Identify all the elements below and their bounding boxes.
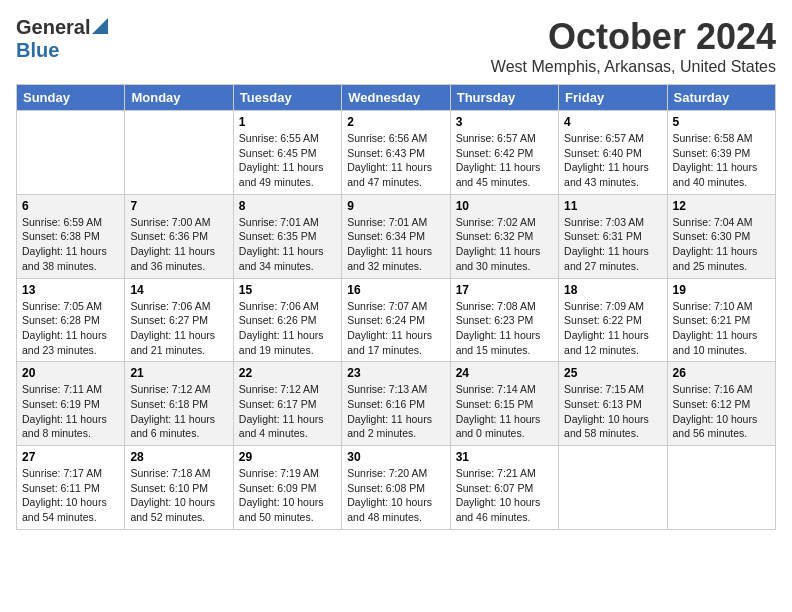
day-number: 10 [456, 199, 553, 213]
calendar-cell: 2Sunrise: 6:56 AMSunset: 6:43 PMDaylight… [342, 111, 450, 195]
day-info: Sunrise: 7:11 AMSunset: 6:19 PMDaylight:… [22, 382, 119, 441]
calendar-cell: 15Sunrise: 7:06 AMSunset: 6:26 PMDayligh… [233, 278, 341, 362]
calendar-cell: 18Sunrise: 7:09 AMSunset: 6:22 PMDayligh… [559, 278, 667, 362]
calendar-table: SundayMondayTuesdayWednesdayThursdayFrid… [16, 84, 776, 530]
calendar-cell [125, 111, 233, 195]
day-info: Sunrise: 7:09 AMSunset: 6:22 PMDaylight:… [564, 299, 661, 358]
calendar-cell: 30Sunrise: 7:20 AMSunset: 6:08 PMDayligh… [342, 446, 450, 530]
calendar-cell: 8Sunrise: 7:01 AMSunset: 6:35 PMDaylight… [233, 194, 341, 278]
day-info: Sunrise: 7:14 AMSunset: 6:15 PMDaylight:… [456, 382, 553, 441]
day-info: Sunrise: 6:55 AMSunset: 6:45 PMDaylight:… [239, 131, 336, 190]
calendar-cell: 28Sunrise: 7:18 AMSunset: 6:10 PMDayligh… [125, 446, 233, 530]
calendar-header-tuesday: Tuesday [233, 85, 341, 111]
calendar-week-row: 27Sunrise: 7:17 AMSunset: 6:11 PMDayligh… [17, 446, 776, 530]
day-info: Sunrise: 7:16 AMSunset: 6:12 PMDaylight:… [673, 382, 770, 441]
calendar-header-friday: Friday [559, 85, 667, 111]
day-number: 21 [130, 366, 227, 380]
calendar-header-monday: Monday [125, 85, 233, 111]
day-number: 29 [239, 450, 336, 464]
calendar-cell: 29Sunrise: 7:19 AMSunset: 6:09 PMDayligh… [233, 446, 341, 530]
day-number: 9 [347, 199, 444, 213]
day-number: 19 [673, 283, 770, 297]
calendar-cell [667, 446, 775, 530]
day-info: Sunrise: 7:21 AMSunset: 6:07 PMDaylight:… [456, 466, 553, 525]
calendar-cell [559, 446, 667, 530]
svg-marker-0 [92, 18, 108, 34]
day-info: Sunrise: 7:18 AMSunset: 6:10 PMDaylight:… [130, 466, 227, 525]
month-title: October 2024 [491, 16, 776, 58]
day-number: 7 [130, 199, 227, 213]
day-number: 20 [22, 366, 119, 380]
day-number: 24 [456, 366, 553, 380]
calendar-header-row: SundayMondayTuesdayWednesdayThursdayFrid… [17, 85, 776, 111]
location: West Memphis, Arkansas, United States [491, 58, 776, 76]
day-info: Sunrise: 7:07 AMSunset: 6:24 PMDaylight:… [347, 299, 444, 358]
day-info: Sunrise: 7:05 AMSunset: 6:28 PMDaylight:… [22, 299, 119, 358]
day-number: 4 [564, 115, 661, 129]
calendar-cell: 31Sunrise: 7:21 AMSunset: 6:07 PMDayligh… [450, 446, 558, 530]
logo-arrow [92, 18, 108, 38]
calendar-cell: 3Sunrise: 6:57 AMSunset: 6:42 PMDaylight… [450, 111, 558, 195]
day-number: 8 [239, 199, 336, 213]
calendar-cell: 7Sunrise: 7:00 AMSunset: 6:36 PMDaylight… [125, 194, 233, 278]
day-number: 12 [673, 199, 770, 213]
calendar-cell: 9Sunrise: 7:01 AMSunset: 6:34 PMDaylight… [342, 194, 450, 278]
day-number: 22 [239, 366, 336, 380]
calendar-cell: 16Sunrise: 7:07 AMSunset: 6:24 PMDayligh… [342, 278, 450, 362]
day-number: 31 [456, 450, 553, 464]
day-number: 16 [347, 283, 444, 297]
day-number: 18 [564, 283, 661, 297]
day-number: 28 [130, 450, 227, 464]
calendar-header-thursday: Thursday [450, 85, 558, 111]
calendar-cell: 21Sunrise: 7:12 AMSunset: 6:18 PMDayligh… [125, 362, 233, 446]
calendar-cell: 20Sunrise: 7:11 AMSunset: 6:19 PMDayligh… [17, 362, 125, 446]
calendar-cell [17, 111, 125, 195]
day-number: 26 [673, 366, 770, 380]
calendar-cell: 26Sunrise: 7:16 AMSunset: 6:12 PMDayligh… [667, 362, 775, 446]
calendar-cell: 1Sunrise: 6:55 AMSunset: 6:45 PMDaylight… [233, 111, 341, 195]
day-number: 15 [239, 283, 336, 297]
day-info: Sunrise: 7:12 AMSunset: 6:18 PMDaylight:… [130, 382, 227, 441]
day-info: Sunrise: 6:56 AMSunset: 6:43 PMDaylight:… [347, 131, 444, 190]
calendar-cell: 27Sunrise: 7:17 AMSunset: 6:11 PMDayligh… [17, 446, 125, 530]
day-number: 6 [22, 199, 119, 213]
day-info: Sunrise: 7:12 AMSunset: 6:17 PMDaylight:… [239, 382, 336, 441]
day-number: 23 [347, 366, 444, 380]
day-info: Sunrise: 6:57 AMSunset: 6:40 PMDaylight:… [564, 131, 661, 190]
calendar-header-wednesday: Wednesday [342, 85, 450, 111]
calendar-cell: 17Sunrise: 7:08 AMSunset: 6:23 PMDayligh… [450, 278, 558, 362]
calendar-cell: 24Sunrise: 7:14 AMSunset: 6:15 PMDayligh… [450, 362, 558, 446]
day-number: 3 [456, 115, 553, 129]
title-block: October 2024 West Memphis, Arkansas, Uni… [491, 16, 776, 76]
page-header: General Blue October 2024 West Memphis, … [16, 16, 776, 76]
day-info: Sunrise: 7:01 AMSunset: 6:34 PMDaylight:… [347, 215, 444, 274]
day-info: Sunrise: 7:06 AMSunset: 6:27 PMDaylight:… [130, 299, 227, 358]
calendar-week-row: 6Sunrise: 6:59 AMSunset: 6:38 PMDaylight… [17, 194, 776, 278]
calendar-cell: 12Sunrise: 7:04 AMSunset: 6:30 PMDayligh… [667, 194, 775, 278]
day-number: 1 [239, 115, 336, 129]
day-info: Sunrise: 7:13 AMSunset: 6:16 PMDaylight:… [347, 382, 444, 441]
day-info: Sunrise: 7:19 AMSunset: 6:09 PMDaylight:… [239, 466, 336, 525]
day-info: Sunrise: 6:58 AMSunset: 6:39 PMDaylight:… [673, 131, 770, 190]
day-info: Sunrise: 7:17 AMSunset: 6:11 PMDaylight:… [22, 466, 119, 525]
calendar-header-saturday: Saturday [667, 85, 775, 111]
logo-general: General [16, 16, 90, 39]
logo: General Blue [16, 16, 108, 62]
calendar-cell: 11Sunrise: 7:03 AMSunset: 6:31 PMDayligh… [559, 194, 667, 278]
calendar-cell: 4Sunrise: 6:57 AMSunset: 6:40 PMDaylight… [559, 111, 667, 195]
calendar-week-row: 13Sunrise: 7:05 AMSunset: 6:28 PMDayligh… [17, 278, 776, 362]
day-number: 30 [347, 450, 444, 464]
calendar-cell: 14Sunrise: 7:06 AMSunset: 6:27 PMDayligh… [125, 278, 233, 362]
calendar-week-row: 1Sunrise: 6:55 AMSunset: 6:45 PMDaylight… [17, 111, 776, 195]
day-info: Sunrise: 7:15 AMSunset: 6:13 PMDaylight:… [564, 382, 661, 441]
day-info: Sunrise: 7:03 AMSunset: 6:31 PMDaylight:… [564, 215, 661, 274]
day-number: 13 [22, 283, 119, 297]
day-number: 25 [564, 366, 661, 380]
day-number: 27 [22, 450, 119, 464]
calendar-cell: 5Sunrise: 6:58 AMSunset: 6:39 PMDaylight… [667, 111, 775, 195]
day-number: 14 [130, 283, 227, 297]
calendar-cell: 10Sunrise: 7:02 AMSunset: 6:32 PMDayligh… [450, 194, 558, 278]
day-info: Sunrise: 7:08 AMSunset: 6:23 PMDaylight:… [456, 299, 553, 358]
calendar-cell: 19Sunrise: 7:10 AMSunset: 6:21 PMDayligh… [667, 278, 775, 362]
day-number: 5 [673, 115, 770, 129]
